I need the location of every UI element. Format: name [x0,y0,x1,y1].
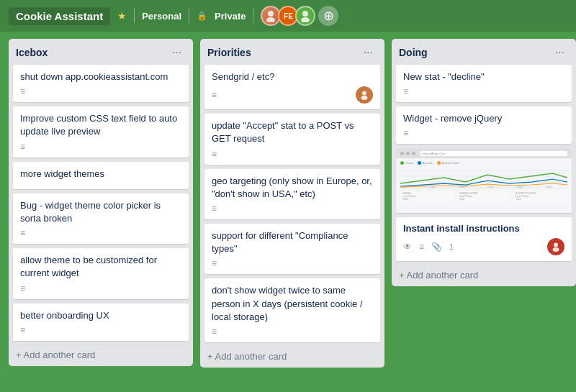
board-title[interactable]: Cookie Assistant [9,7,110,25]
card-title: New stat - "decline" [403,70,564,83]
description-icon: ≡ [20,228,25,238]
card-icebox-6[interactable]: better onboarding UX ≡ [13,304,189,341]
icebox-cards: shut down app.cookieassistant.com ≡ Impr… [9,65,193,345]
attachment-icon: 📎 [431,242,442,252]
column-priorities-title: Priorities [207,47,251,58]
instant-card-title: Instant install instructions [403,223,564,234]
description-icon: ≡ [20,142,25,152]
card-priorities-5[interactable]: don't show widget twice to same person i… [204,278,380,342]
card-priorities-4[interactable]: support for different "Compliance types"… [204,224,380,274]
svg-point-3 [301,17,310,22]
card-icons: ≡ [20,142,181,152]
star-icon[interactable]: ★ [117,10,127,22]
card-instant-install[interactable]: Instant install instructions 👁 ≡ 📎 1 [396,217,572,261]
svg-text:1 May: 1 May [487,186,494,188]
column-priorities-menu[interactable]: ··· [359,45,377,60]
add-card-icebox[interactable]: + Add another card [9,345,193,366]
mock-dot-2 [406,152,410,155]
description-icon: ≡ [212,204,217,214]
description-icon: ≡ [212,258,217,268]
description-icon: ≡ [212,90,217,100]
card-icebox-1[interactable]: shut down app.cookieassistant.com ≡ [13,65,189,102]
card-doing-1[interactable]: New stat - "decline" ≡ [396,65,572,102]
header-divider [134,9,135,23]
card-title: Improve custom CSS text field to auto up… [20,112,181,138]
svg-text:29 Apr: 29 Apr [459,186,465,188]
column-priorities: Priorities ··· Sendgrid / etc? ≡ update … [200,39,384,368]
mock-stats-row: VIEWS Last 7 Days Total UNIQUE VIEWS Las… [400,191,567,202]
card-icons: ≡ [212,204,373,214]
card-priorities-2[interactable]: update "Accept" stat to a POST vs GET re… [204,114,380,164]
card-icons: ≡ [212,149,373,159]
mock-url-bar: https://Acme.Com [420,151,567,156]
card-icebox-3[interactable]: more widget themes [13,162,189,189]
avatar [356,86,373,104]
mock-url-text: https://Acme.Com [423,152,446,155]
column-doing-menu[interactable]: ··· [551,45,569,60]
mock-stat-views: VIEWS Last 7 Days Total [400,191,454,202]
app-header: Cookie Assistant ★ Personal 🔒 Private FE… [0,0,576,32]
mock-dot-1 [400,152,404,155]
eye-icon: 👁 [403,242,412,252]
workspace-label[interactable]: Personal [142,11,181,22]
legend-dot-clicks [437,161,441,165]
svg-text:25 Apr: 25 Apr [400,186,407,188]
column-doing-header: Doing ··· [392,39,576,65]
card-priorities-1[interactable]: Sendgrid / etc? ≡ [204,65,380,109]
board: Icebox ··· shut down app.cookieassistant… [0,32,576,392]
avatar-3[interactable] [295,6,315,26]
svg-point-2 [302,11,308,17]
add-member-icon: ⊕ [323,9,334,22]
avatar-initials: FE [284,12,293,20]
mock-chart-area: Views Accepts Accept Clicks [396,158,572,205]
card-title: better onboarding UX [20,309,181,322]
mock-stat-sub2-views: Total [402,198,452,201]
svg-text:27 Apr: 27 Apr [429,186,436,188]
card-icons: ≡ [20,325,181,335]
add-card-priorities[interactable]: + Add another card [200,347,384,368]
svg-point-0 [268,11,274,17]
description-icon: ≡ [419,242,424,252]
column-icebox-title: Icebox [16,47,48,58]
card-title: Sendgrid / etc? [212,70,373,83]
card-title: more widget themes [20,168,181,181]
card-icons: ≡ [212,86,373,104]
column-doing-title: Doing [399,47,428,58]
svg-text:3 May: 3 May [516,186,523,188]
header-divider-2 [189,9,189,23]
card-title: Widget - remove jQuery [403,112,564,125]
card-title: support for different "Compliance types" [212,229,373,255]
card-doing-2[interactable]: Widget - remove jQuery ≡ [396,106,572,144]
header-divider-3 [253,9,253,23]
mock-browser-bar: https://Acme.Com [396,148,572,158]
mock-dot-3 [412,152,415,155]
description-icon: ≡ [403,86,408,96]
privacy-label[interactable]: Private [215,11,246,22]
mock-stat-clicks: ACCEPT CLICKS Last 7 Days Total [513,191,567,202]
column-doing: Doing ··· New stat - "decline" ≡ Widget … [392,39,576,286]
card-icons: ≡ [403,86,564,96]
card-icebox-5[interactable]: allow theme to be customized for current… [13,248,189,298]
card-title: don't show widget twice to same person i… [212,284,373,324]
card-icebox-2[interactable]: Improve custom CSS text field to auto up… [13,106,189,157]
legend-label-accepts: Accepts [423,161,433,165]
svg-point-5 [361,96,368,100]
add-member-button[interactable]: ⊕ [318,6,338,26]
card-avatar [547,238,564,255]
card-priorities-3[interactable]: geo targeting (only show in Europe, or, … [204,169,380,219]
add-card-doing[interactable]: + Add another card [392,265,576,286]
column-priorities-header: Priorities ··· [200,39,384,65]
mock-stat-sub2-clicks: Total [516,198,565,201]
svg-text:5 May: 5 May [546,186,552,188]
svg-point-1 [266,17,275,22]
card-widget-preview[interactable]: https://Acme.Com Views Accepts [396,148,572,213]
svg-point-17 [553,247,559,252]
mock-stat-sub2-accepts: Total [459,198,509,201]
mock-legend-item-2: Accepts [418,161,433,165]
column-icebox-menu[interactable]: ··· [168,45,186,60]
priorities-cards: Sendgrid / etc? ≡ update "Accept" stat t… [200,65,384,347]
attachment-count: 1 [449,242,454,251]
mock-legend-item-3: Accept Clicks [437,161,459,165]
card-title: geo targeting (only show in Europe, or, … [212,175,373,201]
card-icebox-4[interactable]: Bug - widget theme color picker is sorta… [13,193,189,244]
